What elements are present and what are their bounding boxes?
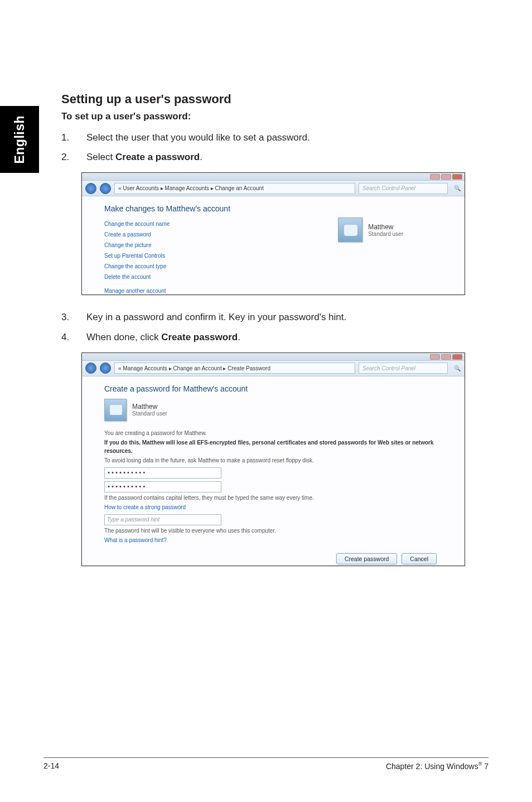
window-body: Create a password for Matthew's account … xyxy=(82,376,465,566)
link-strong-password[interactable]: How to create a strong password xyxy=(104,504,186,510)
user-role: Standard user xyxy=(368,231,403,237)
address-bar: « User Accounts ▸ Manage Accounts ▸ Chan… xyxy=(82,181,465,196)
step-number: 1. xyxy=(61,130,86,145)
step-1: 1. Select the user that you would like t… xyxy=(61,130,502,145)
minimize-button[interactable] xyxy=(430,174,440,180)
screenshot-change-account: « User Accounts ▸ Manage Accounts ▸ Chan… xyxy=(81,172,465,295)
step-prefix: Select xyxy=(86,152,115,162)
nav-back-button[interactable] xyxy=(85,183,96,194)
step-prefix: When done, click xyxy=(86,332,161,342)
link-parental-controls[interactable]: Set up Parental Controls xyxy=(104,250,442,261)
step-number: 3. xyxy=(61,310,86,325)
step-suffix: . xyxy=(200,152,202,162)
text-creating: You are creating a password for Matthew. xyxy=(104,429,442,437)
button-row: Create password Cancel xyxy=(104,553,442,564)
step-suffix: . xyxy=(238,332,240,342)
link-manage-another[interactable]: Manage another account xyxy=(104,286,442,296)
section-title: Create a password for Matthew's account xyxy=(104,384,442,393)
breadcrumb[interactable]: « User Accounts ▸ Manage Accounts ▸ Chan… xyxy=(114,183,355,194)
step-4: 4. When done, click Create password. xyxy=(61,330,502,345)
chapter-label: Chapter 2: Using Windows® 7 xyxy=(386,761,489,771)
language-label: English xyxy=(12,115,27,164)
hint-placeholder: Type a password hint xyxy=(107,516,159,523)
step-text: When done, click Create password. xyxy=(86,330,502,345)
breadcrumb[interactable]: « Manage Accounts ▸ Change an Account ▸ … xyxy=(114,363,355,374)
text-warning: If you do this, Matthew will lose all EF… xyxy=(104,438,442,455)
step-bold: Create password xyxy=(161,332,238,342)
step-text: Select Create a password. xyxy=(86,149,502,165)
password-input[interactable]: •••••••••• xyxy=(104,467,221,479)
instruction-list-2: 3. Key in a password and confirm it. Key… xyxy=(61,310,502,344)
close-button[interactable] xyxy=(452,174,462,180)
user-role: Standard user xyxy=(132,410,167,417)
window-titlebar xyxy=(82,173,465,181)
link-delete-account[interactable]: Delete the account xyxy=(104,272,442,282)
window-controls xyxy=(430,354,462,360)
step-3: 3. Key in a password and confirm it. Key… xyxy=(61,310,502,325)
page-number: 2-14 xyxy=(43,761,59,771)
instruction-list: 1. Select the user that you would like t… xyxy=(61,130,502,165)
close-button[interactable] xyxy=(452,354,462,360)
user-info: Matthew Standard user xyxy=(132,403,167,417)
search-icon[interactable]: 🔍 xyxy=(453,364,461,372)
address-bar: « Manage Accounts ▸ Change an Account ▸ … xyxy=(82,361,465,376)
step-text: Select the user that you would like to s… xyxy=(86,130,502,145)
hint-input[interactable]: Type a password hint xyxy=(104,514,221,525)
page-subheading: To set up a user's password: xyxy=(61,111,502,122)
search-input[interactable]: Search Control Panel xyxy=(359,183,448,194)
nav-forward-button[interactable] xyxy=(100,183,111,194)
step-text: Key in a password and confirm it. Key in… xyxy=(86,310,502,325)
language-tab: English xyxy=(0,106,39,173)
page-heading: Setting up a user's password xyxy=(61,92,502,107)
text-hint-visible: The password hint will be visible to eve… xyxy=(104,526,442,535)
create-password-button[interactable]: Create password xyxy=(336,553,397,564)
main-content: Setting up a user's password To set up a… xyxy=(61,92,502,581)
step-bold: Create a password xyxy=(115,152,200,162)
window-controls xyxy=(430,174,462,180)
section-title: Make changes to Matthew's account xyxy=(104,204,442,213)
user-info: Matthew Standard user xyxy=(368,223,403,237)
page-footer: 2-14 Chapter 2: Using Windows® 7 xyxy=(43,757,489,771)
user-tile: Matthew Standard user xyxy=(338,218,403,242)
user-name: Matthew xyxy=(132,403,167,410)
link-password-hint[interactable]: What is a password hint? xyxy=(104,537,167,543)
step-number: 2. xyxy=(61,149,86,165)
screenshot-create-password: « Manage Accounts ▸ Change an Account ▸ … xyxy=(81,352,465,566)
search-icon[interactable]: 🔍 xyxy=(453,185,461,192)
minimize-button[interactable] xyxy=(430,354,440,360)
footer-suffix: 7 xyxy=(482,762,489,771)
user-name: Matthew xyxy=(368,223,403,231)
step-2: 2. Select Create a password. xyxy=(61,149,502,165)
nav-forward-button[interactable] xyxy=(100,363,111,374)
maximize-button[interactable] xyxy=(441,174,451,180)
footer-prefix: Chapter 2: Using Windows xyxy=(386,762,478,771)
user-row: Matthew Standard user xyxy=(104,399,442,421)
confirm-password-input[interactable]: •••••••••• xyxy=(104,481,221,492)
link-change-type[interactable]: Change the account type xyxy=(104,261,442,272)
avatar xyxy=(104,399,127,421)
step-number: 4. xyxy=(61,330,86,345)
window-titlebar xyxy=(82,353,465,361)
maximize-button[interactable] xyxy=(441,354,451,360)
text-capitals: If the password contains capital letters… xyxy=(104,494,442,502)
nav-back-button[interactable] xyxy=(85,363,96,374)
search-input[interactable]: Search Control Panel xyxy=(359,363,448,374)
text-avoid: To avoid losing data in the future, ask … xyxy=(104,456,442,465)
cancel-button[interactable]: Cancel xyxy=(402,553,437,564)
avatar xyxy=(338,218,362,242)
window-body: Make changes to Matthew's account Change… xyxy=(82,196,465,294)
